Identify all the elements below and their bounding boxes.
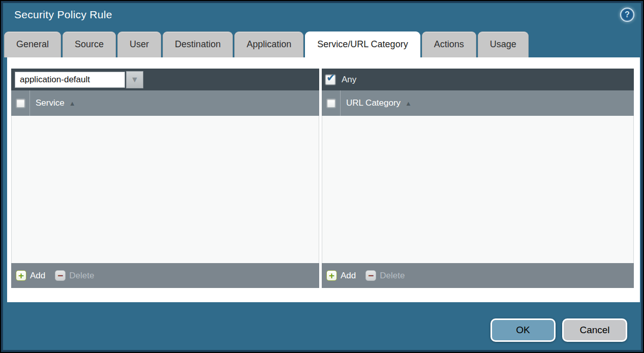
url-category-list[interactable] (322, 116, 634, 263)
delete-service-button[interactable]: − Delete (55, 270, 94, 281)
tab-general[interactable]: General (4, 31, 61, 57)
tab-user[interactable]: User (117, 31, 161, 57)
sort-ascending-icon: ▲ (405, 100, 412, 107)
service-select-all-checkbox[interactable] (16, 99, 25, 108)
service-type-dropdown[interactable]: application-default ▼ (15, 71, 143, 88)
add-url-category-button[interactable]: + Add (326, 270, 356, 281)
dialog-action-buttons: OK Cancel (490, 318, 627, 342)
tab-source[interactable]: Source (63, 31, 116, 57)
tab-bar: General Source User Destination Applicat… (4, 31, 529, 57)
cancel-button[interactable]: Cancel (562, 318, 627, 342)
tab-usage[interactable]: Usage (478, 31, 529, 57)
tab-application[interactable]: Application (234, 31, 303, 57)
url-category-panel-footer: + Add − Delete (322, 263, 634, 288)
any-checkbox[interactable]: ✔ (325, 75, 335, 85)
add-url-category-label: Add (341, 271, 356, 281)
service-list[interactable] (11, 116, 319, 263)
url-category-column-header[interactable]: URL Category ▲ (341, 90, 412, 116)
delete-url-category-label: Delete (380, 271, 405, 281)
minus-icon: − (365, 270, 376, 281)
service-column-header[interactable]: Service ▲ (30, 90, 76, 116)
service-panel-toolbar: application-default ▼ (11, 69, 319, 90)
dialog-title: Security Policy Rule (14, 9, 112, 21)
service-panel-footer: + Add − Delete (11, 263, 319, 288)
service-type-value[interactable]: application-default (15, 72, 125, 88)
any-label: Any (342, 75, 356, 85)
dropdown-arrow-button[interactable]: ▼ (126, 71, 143, 88)
tab-content: application-default ▼ Service ▲ + (7, 57, 640, 302)
service-panel: application-default ▼ Service ▲ + (11, 69, 319, 288)
chevron-down-icon: ▼ (131, 75, 139, 84)
add-service-button[interactable]: + Add (16, 270, 45, 281)
add-service-label: Add (30, 271, 45, 281)
delete-url-category-button[interactable]: − Delete (365, 270, 405, 281)
service-table-header: Service ▲ (11, 90, 319, 116)
tab-service-url-category[interactable]: Service/URL Category (305, 31, 420, 57)
security-policy-rule-dialog: Security Policy Rule ? General Source Us… (1, 1, 643, 352)
url-category-table-header: URL Category ▲ (322, 90, 634, 116)
url-category-select-all-checkbox[interactable] (327, 99, 335, 108)
service-column-label: Service (36, 98, 65, 108)
tab-actions[interactable]: Actions (422, 31, 476, 57)
delete-service-label: Delete (69, 271, 94, 281)
url-category-column-label: URL Category (346, 98, 401, 108)
url-category-toolbar: ✔ Any (322, 69, 634, 90)
url-category-panel: ✔ Any URL Category ▲ + Add (322, 69, 634, 288)
ok-button[interactable]: OK (490, 318, 556, 342)
minus-icon: − (55, 270, 66, 281)
sort-ascending-icon: ▲ (69, 100, 76, 107)
help-icon[interactable]: ? (620, 8, 634, 22)
service-select-all-cell (11, 90, 30, 116)
question-mark-glyph: ? (625, 10, 630, 19)
plus-icon: + (16, 270, 26, 281)
url-category-select-all-cell (322, 90, 341, 116)
check-icon: ✔ (326, 72, 335, 83)
tab-destination[interactable]: Destination (163, 31, 233, 57)
plus-icon: + (326, 270, 337, 281)
